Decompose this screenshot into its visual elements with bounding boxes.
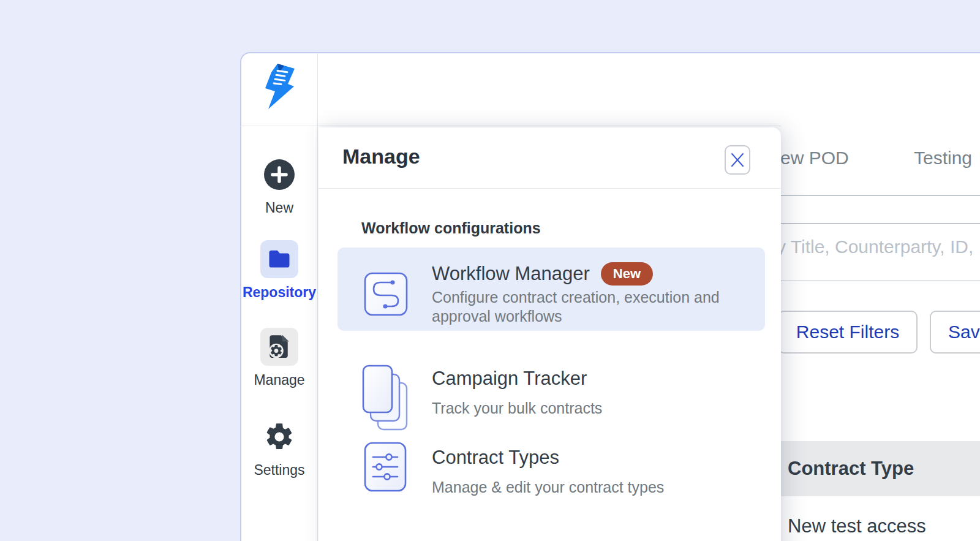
menu-item-description: Track your bulk contracts: [432, 399, 775, 418]
tab-new-pod[interactable]: ew POD: [780, 148, 849, 168]
search-input[interactable]: y Title, Counterparty, ID,: [777, 236, 973, 257]
column-header-contract-type: Contract Type: [788, 458, 914, 480]
repository-page-underlay: ew POD Testing y Title, Counterparty, ID…: [767, 55, 980, 541]
sidebar: New Repository: [241, 53, 317, 541]
close-icon: [730, 152, 745, 168]
sidebar-item-label: New: [265, 200, 293, 216]
table-header: Contract Type: [767, 441, 980, 496]
gear-icon: [260, 418, 298, 456]
tabbar-divider: [767, 195, 980, 196]
reset-filters-button[interactable]: Reset Filters: [778, 311, 918, 354]
section-heading-workflow-configurations: Workflow configurations: [361, 219, 541, 237]
menu-item-campaign-tracker[interactable]: Campaign Tracker Track your bulk contrac…: [337, 353, 765, 433]
menu-item-title: Campaign Tracker: [432, 368, 587, 390]
menu-item-title: Workflow Manager: [432, 263, 590, 285]
search-box-bottom-border: [767, 281, 980, 281]
menu-item-description: Configure contract creation, execution a…: [432, 288, 767, 326]
folder-icon: [260, 240, 298, 278]
new-badge: New: [601, 262, 653, 286]
sidebar-item-settings[interactable]: Settings: [241, 418, 317, 479]
sidebar-item-label: Manage: [254, 372, 304, 388]
modal-title: Manage: [342, 145, 420, 168]
sidebar-item-label: Repository: [243, 284, 316, 301]
menu-item-description: Manage & edit your contract types: [432, 478, 775, 497]
sliders-icon: [364, 442, 407, 494]
sidebar-item-label: Settings: [254, 462, 304, 479]
workflow-path-icon: [364, 272, 408, 319]
modal-header: Manage: [318, 127, 781, 189]
app-logo-lightning-document-icon[interactable]: [258, 61, 299, 112]
document-gear-icon: [260, 328, 298, 366]
manage-modal: Manage Workflow configurations: [318, 127, 781, 541]
plus-circle-icon: [260, 156, 298, 194]
stacked-cards-icon: [361, 364, 409, 435]
tab-testing[interactable]: Testing: [914, 148, 972, 168]
sidebar-item-repository[interactable]: Repository: [241, 240, 317, 301]
sidebar-item-new[interactable]: New: [241, 156, 317, 216]
sidebar-divider: [317, 53, 318, 541]
menu-item-contract-types[interactable]: Contract Types Manage & edit your contra…: [337, 429, 765, 509]
menu-item-workflow-manager[interactable]: Workflow Manager New Configure contract …: [337, 248, 765, 331]
table-row[interactable]: New test access: [788, 515, 926, 537]
header-divider: [241, 126, 781, 126]
sidebar-item-manage[interactable]: Manage: [241, 328, 317, 388]
close-button[interactable]: [725, 145, 750, 175]
screen: ew POD Testing y Title, Counterparty, ID…: [0, 0, 980, 541]
save-button[interactable]: Sav: [930, 311, 980, 354]
app-window: ew POD Testing y Title, Counterparty, ID…: [240, 52, 980, 541]
menu-item-title: Contract Types: [432, 447, 559, 469]
search-box-top-border: [767, 223, 980, 224]
